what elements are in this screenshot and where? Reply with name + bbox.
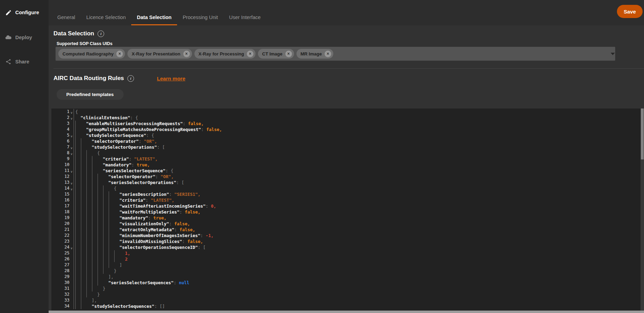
code-text: "visualizationOnly": false,: [74, 221, 641, 227]
code-text: "invalidOnMissingSlices": false,: [74, 238, 641, 244]
fold-spacer: [69, 227, 74, 233]
indent-guide: [98, 256, 103, 262]
sidebar-item-share[interactable]: Share: [0, 57, 49, 67]
token-bool: true,: [153, 215, 167, 221]
indent-guide: [75, 168, 81, 174]
chip-remove-icon[interactable]: ×: [116, 51, 123, 57]
chip-remove-icon[interactable]: ×: [183, 51, 190, 57]
editor-line: 12"selectorOperator": "OR",: [51, 174, 641, 180]
info-icon[interactable]: i: [98, 31, 104, 37]
editor-v-scrollbar-thumb[interactable]: [641, 108, 644, 159]
token-key: "visualizationOnly": [119, 221, 169, 227]
fold-chevron-icon[interactable]: v: [69, 244, 74, 250]
indent-guide: [92, 174, 98, 180]
token-key: "selectorOperator": [108, 174, 155, 180]
fold-chevron-icon[interactable]: v: [69, 180, 74, 185]
indent-guide: [103, 197, 109, 203]
token-key: "mandatory": [119, 215, 148, 221]
indent-spacer: [114, 209, 119, 215]
editor-line: 5v"studySelectorSequence": {: [51, 132, 641, 138]
sidebar-item-configure[interactable]: Configure: [0, 8, 49, 17]
indent-guide: [109, 191, 114, 197]
fold-chevron-icon[interactable]: v: [69, 144, 74, 150]
token-pun: :: [200, 233, 206, 238]
token-pun: :: [169, 221, 174, 227]
predefined-templates-button[interactable]: Predefined templates: [57, 89, 124, 100]
token-pun: :: [139, 138, 144, 144]
token-pun: :: [130, 115, 135, 121]
indent-guide: [92, 244, 98, 250]
indent-guide: [86, 274, 92, 280]
chip-remove-icon[interactable]: ×: [325, 51, 331, 57]
indent-guide: [92, 221, 98, 227]
indent-guide: [98, 274, 103, 280]
indent-spacer: [86, 303, 92, 309]
fold-spacer: [69, 138, 74, 144]
token-pun: []: [160, 303, 165, 309]
token-key: "seriesSelectorOperations": [108, 180, 176, 185]
indent-guide: [81, 233, 86, 238]
indent-guide: [86, 227, 92, 233]
fold-chevron-icon[interactable]: v: [69, 109, 74, 115]
fold-chevron-icon[interactable]: v: [69, 168, 74, 174]
editor-v-scrollbar[interactable]: [641, 108, 644, 311]
info-icon[interactable]: i: [127, 75, 134, 82]
fold-chevron-icon[interactable]: v: [69, 150, 74, 156]
indent-guide: [103, 262, 109, 268]
code-text: {: [74, 185, 641, 191]
indent-guide: [103, 244, 109, 250]
sop-chip-x-ray-for-processing: X-Ray for Processing×: [194, 49, 256, 59]
json-rules-editor[interactable]: 1v{2v"clinicalExtension": {3"enableMulti…: [51, 108, 641, 311]
token-pun: }: [97, 292, 100, 297]
indent-guide: [92, 197, 98, 203]
learn-more-link[interactable]: Learn more: [157, 76, 185, 81]
line-number: 13: [51, 180, 69, 185]
tab-user-interface[interactable]: User Interface: [229, 0, 261, 25]
chip-label: Computed Radiography: [62, 51, 114, 56]
token-pun: :: [176, 180, 182, 185]
fold-chevron-icon[interactable]: v: [69, 132, 74, 138]
indent-guide: [75, 280, 81, 286]
sop-class-uids-dropdown[interactable]: Computed Radiography×X-Ray for Presentat…: [56, 47, 615, 61]
h-scrollbar[interactable]: [49, 311, 644, 313]
indent-guide: [98, 221, 103, 227]
token-pun: :: [145, 197, 151, 203]
line-number: 31: [51, 286, 69, 292]
tab-data-selection[interactable]: Data Selection: [137, 0, 172, 25]
tab-general[interactable]: General: [57, 0, 75, 25]
fold-chevron-icon[interactable]: v: [69, 185, 74, 191]
token-pun: :: [174, 280, 179, 286]
sidebar-item-deploy[interactable]: Deploy: [0, 33, 49, 42]
code-text: ],: [74, 274, 641, 280]
token-str: "SERIES1",: [174, 191, 200, 197]
indent-guide: [86, 256, 92, 262]
airc-header: AIRC Data Routing Rules i Learn more: [53, 75, 185, 82]
indent-spacer: [114, 215, 119, 221]
fold-spacer: [69, 297, 74, 303]
tab-licence-selection[interactable]: Licence Selection: [86, 0, 126, 25]
cloud-icon: [5, 34, 12, 41]
save-button[interactable]: Save: [617, 5, 643, 18]
token-str: "OR",: [161, 174, 174, 180]
chevron-down-icon[interactable]: [611, 53, 615, 55]
token-pun: :: [157, 144, 162, 150]
indent-spacer: [81, 132, 86, 138]
indent-guide: [81, 280, 86, 286]
chip-remove-icon[interactable]: ×: [285, 51, 292, 57]
code-text: {: [74, 150, 641, 156]
editor-line: 19"mandatory": true,: [51, 215, 641, 221]
fold-spacer: [69, 197, 74, 203]
line-number: 11: [51, 168, 69, 174]
tab-processing-unit[interactable]: Processing Unit: [183, 0, 218, 25]
fold-spacer: [69, 256, 74, 262]
fold-chevron-icon[interactable]: v: [69, 115, 74, 121]
editor-line: 8v{: [51, 150, 641, 156]
indent-guide: [109, 250, 114, 256]
fold-spacer: [69, 203, 74, 209]
token-bool: false,: [206, 127, 222, 132]
token-pun: :: [166, 168, 171, 174]
indent-spacer: [114, 244, 119, 250]
chip-remove-icon[interactable]: ×: [247, 51, 253, 57]
editor-line: 21"extractOnlyMetadata": false,: [51, 227, 641, 233]
editor-line: 11v"seriesSelectorSequence": {: [51, 168, 641, 174]
